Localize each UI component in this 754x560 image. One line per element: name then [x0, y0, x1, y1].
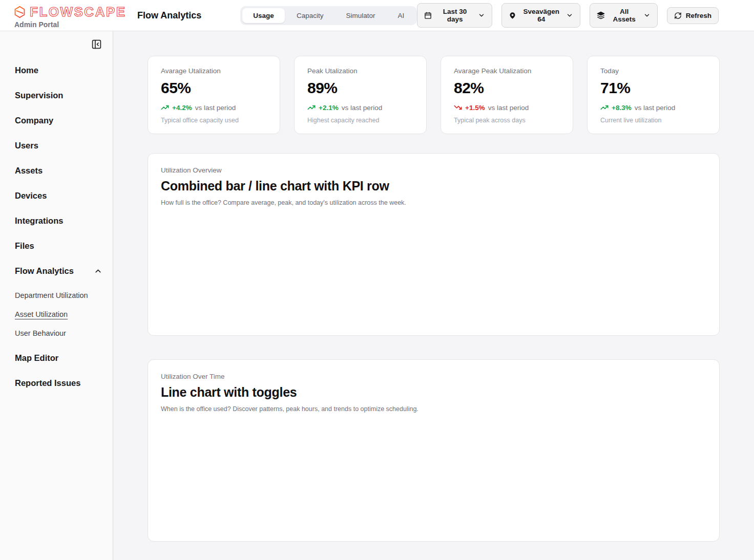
- flow-analytics-submenu: Department Utilization Asset Utilization…: [0, 286, 113, 342]
- kpi-trend: +8.3% vs last period: [600, 103, 706, 112]
- trending-up-icon: [307, 103, 316, 112]
- kpi-delta: +4.2%: [172, 104, 192, 112]
- sidebar-item-company[interactable]: Company: [0, 108, 113, 133]
- kpi-value: 71%: [600, 79, 706, 97]
- kpi-value: 65%: [161, 79, 267, 97]
- sidebar-subitem-user-behaviour[interactable]: User Behaviour: [0, 324, 113, 342]
- kpi-compare: vs last period: [342, 104, 383, 112]
- map-pin-icon: [509, 12, 516, 19]
- sidebar-subitem-asset-utilization[interactable]: Asset Utilization: [0, 305, 113, 324]
- brand-subtitle: Admin Portal: [14, 20, 137, 29]
- kpi-label: Avarage Utalization: [161, 67, 267, 75]
- refresh-icon: [674, 12, 682, 19]
- refresh-label: Refresh: [686, 12, 711, 19]
- sidebar-subitem-department-utilization[interactable]: Department Utilization: [0, 286, 113, 305]
- utilization-overview-panel: Utilization Overview Combined bar / line…: [148, 153, 720, 336]
- chevron-down-icon: [566, 12, 573, 19]
- main-content: Avarage Utalization 65% +4.2% vs last pe…: [113, 31, 754, 560]
- kpi-card-average-utilization: Avarage Utalization 65% +4.2% vs last pe…: [148, 56, 280, 134]
- kpi-trend: +4.2% vs last period: [161, 103, 267, 112]
- kpi-description: Current live utilization: [600, 117, 706, 124]
- header-controls: Last 30 days Sveavägen 64: [417, 3, 719, 28]
- assets-filter-label: All Assets: [609, 8, 639, 23]
- kpi-label: Peak Utalization: [307, 67, 413, 75]
- location-label: Sveavägen 64: [520, 8, 562, 23]
- sidebar-item-assets[interactable]: Assets: [0, 158, 113, 183]
- kpi-delta: +8.3%: [612, 104, 632, 112]
- kpi-label: Today: [600, 67, 706, 75]
- panel-left-collapse-icon: [91, 39, 102, 50]
- sidebar-collapse-button[interactable]: [90, 38, 103, 51]
- kpi-value: 82%: [454, 79, 560, 97]
- tab-capacity[interactable]: Capacity: [286, 8, 334, 23]
- logo-text: FLOWSCAPE: [30, 4, 127, 20]
- sidebar-item-integrations[interactable]: Integrations: [0, 208, 113, 233]
- sidebar-item-files[interactable]: Files: [0, 233, 113, 259]
- view-tabs: Usage Capacity Simulator AI: [240, 6, 417, 25]
- panel-title: Line chart with toggles: [161, 385, 706, 400]
- top-bar: FLOWSCAPE Admin Portal Flow Analytics Us…: [0, 0, 754, 31]
- kpi-compare: vs last period: [195, 104, 236, 112]
- sidebar-item-users[interactable]: Users: [0, 133, 113, 158]
- sidebar-item-reported-issues[interactable]: Reported Issues: [0, 371, 113, 396]
- kpi-trend: +1.5% vs last period: [454, 103, 560, 112]
- sidebar-item-flow-analytics[interactable]: Flow Analytics: [0, 259, 113, 284]
- layers-icon: [597, 11, 605, 19]
- kpi-delta: +2.1%: [319, 104, 339, 112]
- chevron-down-icon: [478, 12, 485, 19]
- chevron-down-icon: [643, 12, 651, 19]
- tab-ai[interactable]: AI: [387, 8, 415, 23]
- flowscape-logo-icon: [13, 5, 26, 19]
- panel-description: When is the office used? Discover patter…: [161, 405, 706, 413]
- tab-usage[interactable]: Usage: [242, 8, 285, 23]
- tab-simulator[interactable]: Simulator: [335, 8, 386, 23]
- kpi-card-peak-utilization: Peak Utalization 89% +2.1% vs last perio…: [294, 56, 427, 134]
- panel-description: How full is the office? Compare average,…: [161, 199, 706, 206]
- kpi-description: Highest capacity reached: [307, 117, 413, 124]
- date-range-button[interactable]: Last 30 days: [417, 3, 492, 28]
- assets-filter-button[interactable]: All Assets: [590, 3, 657, 28]
- panel-eyebrow: Utilization Over Time: [161, 373, 706, 380]
- kpi-compare: vs last period: [488, 104, 529, 112]
- kpi-label: Avarage Peak Utalization: [454, 67, 560, 75]
- refresh-button[interactable]: Refresh: [667, 7, 719, 24]
- chevron-up-icon: [94, 267, 102, 275]
- kpi-compare: vs last period: [635, 104, 676, 112]
- panel-title: Combined bar / line chart with KPI row: [161, 179, 706, 193]
- utilization-over-time-panel: Utilization Over Time Line chart with to…: [148, 359, 720, 542]
- kpi-description: Typical peak across days: [454, 117, 560, 124]
- kpi-delta: +1.5%: [465, 104, 485, 112]
- date-range-label: Last 30 days: [436, 8, 474, 23]
- trending-up-icon: [161, 103, 169, 112]
- kpi-card-average-peak-utilization: Avarage Peak Utalization 82% +1.5% vs la…: [441, 56, 573, 134]
- panel-eyebrow: Utilization Overview: [161, 166, 706, 174]
- trending-up-icon: [600, 103, 609, 112]
- sidebar-item-devices[interactable]: Devices: [0, 183, 113, 208]
- trending-down-icon: [454, 103, 462, 112]
- sidebar-item-map-editor[interactable]: Map Editor: [0, 346, 113, 371]
- kpi-description: Typical office capacity used: [161, 117, 267, 124]
- brand: FLOWSCAPE Admin Portal: [0, 2, 137, 29]
- kpi-card-today: Today 71% +8.3% vs last period Current l…: [587, 56, 720, 134]
- sidebar-nav: Home Supervision Company Users Assets De…: [0, 58, 113, 396]
- location-button[interactable]: Sveavägen 64: [501, 3, 580, 28]
- sidebar-item-supervision[interactable]: Supervision: [0, 83, 113, 108]
- sidebar-item-home[interactable]: Home: [0, 58, 113, 83]
- page-title: Flow Analytics: [137, 10, 201, 21]
- kpi-row: Avarage Utalization 65% +4.2% vs last pe…: [148, 56, 720, 134]
- kpi-trend: +2.1% vs last period: [307, 103, 413, 112]
- kpi-value: 89%: [307, 79, 413, 97]
- sidebar: Home Supervision Company Users Assets De…: [0, 31, 113, 560]
- calendar-icon: [424, 12, 432, 19]
